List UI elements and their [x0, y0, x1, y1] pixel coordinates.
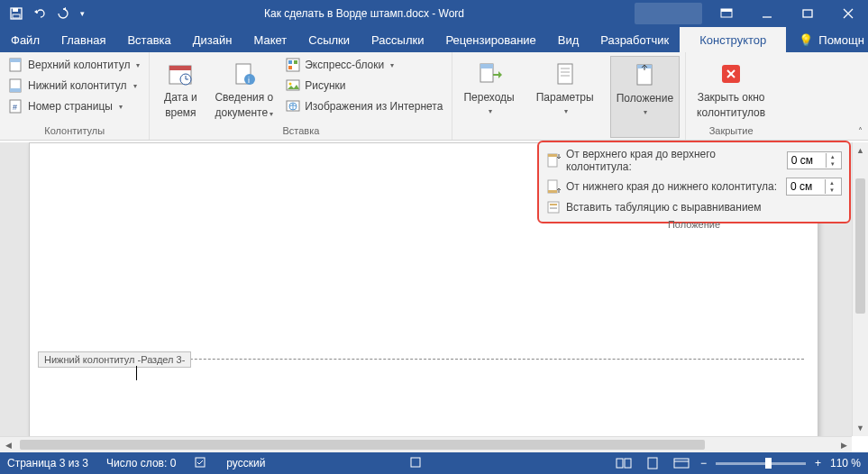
tab-insert[interactable]: Вставка: [116, 27, 181, 52]
vertical-scrollbar[interactable]: ▲ ▼: [852, 142, 868, 436]
online-pictures-button[interactable]: Изображения из Интернета: [282, 97, 446, 115]
tab-view[interactable]: Вид: [547, 27, 590, 52]
spin-down-button[interactable]: ▼: [826, 187, 838, 194]
svg-text:i: i: [248, 76, 250, 85]
insert-alignment-tab-label: Вставить табуляцию с выравниванием: [566, 201, 762, 214]
page-indicator[interactable]: Страница 3 из 3: [7, 457, 88, 469]
pictures-button[interactable]: Рисунки: [282, 77, 446, 95]
footer-distance-icon: [546, 179, 561, 194]
date-time-l2: время: [165, 106, 196, 119]
read-mode-button[interactable]: [614, 455, 634, 471]
tell-me-button[interactable]: 💡 Помощн: [786, 27, 868, 52]
zoom-slider[interactable]: [716, 462, 806, 465]
footer-from-bottom-input[interactable]: [787, 180, 825, 193]
qat-customize-button[interactable]: ▾: [76, 3, 88, 24]
tab-design[interactable]: Дизайн: [182, 27, 243, 52]
web-layout-button[interactable]: [672, 455, 691, 471]
footer-label: Нижний колонтитул: [28, 79, 127, 92]
svg-rect-34: [558, 64, 572, 84]
tab-mailings[interactable]: Рассылки: [361, 27, 434, 52]
chevron-down-icon: ▾: [390, 61, 394, 69]
scroll-down-button[interactable]: ▼: [853, 420, 868, 436]
doc-info-l2: документе: [215, 106, 269, 119]
close-hf-l1: Закрыть окно: [698, 91, 765, 104]
hscroll-thumb[interactable]: [20, 440, 705, 450]
footer-from-bottom-spinner[interactable]: ▲▼: [786, 178, 842, 196]
spellcheck-button[interactable]: [194, 456, 208, 471]
tab-review[interactable]: Рецензирование: [434, 27, 546, 52]
tab-layout[interactable]: Макет: [242, 27, 297, 52]
tab-references[interactable]: Ссылки: [297, 27, 361, 52]
spin-up-button[interactable]: ▲: [827, 153, 839, 160]
scroll-right-button[interactable]: ▶: [836, 437, 852, 453]
close-hf-button[interactable]: Закрыть окно колонтитулов: [691, 56, 771, 123]
header-from-top-spinner[interactable]: ▲▼: [787, 151, 842, 169]
svg-rect-24: [288, 60, 292, 64]
pictures-icon: [286, 78, 300, 93]
language-indicator[interactable]: русский: [226, 457, 265, 469]
svg-rect-53: [196, 458, 205, 467]
insert-alignment-tab-button[interactable]: Вставить табуляцию с выравниванием: [546, 200, 842, 214]
callout-group-label: Положение: [546, 219, 842, 230]
zoom-in-button[interactable]: +: [815, 457, 821, 469]
svg-rect-58: [674, 459, 689, 468]
group-label-hf: Колонтитулы: [5, 123, 143, 138]
date-time-l1: Дата и: [164, 91, 197, 104]
online-pictures-label: Изображения из Интернета: [305, 100, 443, 113]
svg-point-28: [289, 83, 292, 86]
chevron-down-icon: ▾: [133, 82, 137, 90]
user-account-button[interactable]: [635, 3, 702, 24]
scroll-left-button[interactable]: ◀: [0, 437, 16, 453]
zoom-out-button[interactable]: −: [700, 457, 707, 469]
tab-home[interactable]: Главная: [50, 27, 116, 52]
close-window-button[interactable]: [827, 0, 868, 27]
macro-button[interactable]: [409, 456, 422, 471]
quick-parts-button[interactable]: Экспресс-блоки▾: [282, 56, 446, 74]
group-navigation: Переходы▾: [452, 52, 525, 140]
minimize-button[interactable]: [746, 0, 787, 27]
page-number-button[interactable]: #Номер страницы▾: [5, 97, 143, 115]
chevron-down-icon: ▾: [270, 110, 273, 118]
svg-rect-2: [13, 14, 20, 18]
undo-button[interactable]: [29, 3, 50, 24]
doc-info-button[interactable]: i Сведения о документе▾: [209, 56, 279, 123]
options-icon: [551, 59, 580, 88]
horizontal-scrollbar[interactable]: ◀ ▶: [0, 436, 852, 452]
goto-button[interactable]: Переходы▾: [458, 56, 519, 138]
svg-rect-57: [648, 458, 657, 469]
footer-boundary: [136, 359, 804, 360]
svg-rect-10: [10, 59, 21, 62]
collapse-ribbon-button[interactable]: ˄: [856, 124, 864, 138]
position-label: Положение: [617, 92, 673, 105]
maximize-button[interactable]: [787, 0, 827, 27]
svg-rect-12: [10, 88, 21, 92]
online-pictures-icon: [286, 99, 300, 114]
zoom-level[interactable]: 110 %: [830, 457, 861, 469]
footer-section-label: Нижний колонтитул -Раздел 3-: [38, 351, 191, 368]
print-layout-button[interactable]: [643, 455, 662, 471]
close-icon: [717, 59, 745, 88]
vscroll-thumb[interactable]: [855, 178, 865, 314]
scroll-up-button[interactable]: ▲: [853, 142, 868, 159]
zoom-thumb[interactable]: [765, 458, 772, 469]
spin-down-button[interactable]: ▼: [827, 160, 839, 168]
ribbon-display-button[interactable]: [706, 0, 746, 27]
tab-constructor[interactable]: Конструктор: [680, 27, 786, 52]
tab-file[interactable]: Файл: [0, 27, 50, 52]
spin-up-button[interactable]: ▲: [826, 179, 838, 187]
lightbulb-icon: 💡: [799, 33, 813, 47]
position-button[interactable]: Положение▾: [610, 56, 680, 138]
header-from-top-input[interactable]: [788, 154, 826, 167]
redo-button[interactable]: [52, 3, 74, 24]
tell-me-label: Помощн: [818, 33, 864, 47]
svg-rect-1: [13, 8, 18, 12]
options-button[interactable]: Параметры▾: [531, 56, 599, 138]
tab-developer[interactable]: Разработчик: [589, 27, 680, 52]
svg-rect-16: [169, 66, 191, 70]
date-time-button[interactable]: Дата и время: [155, 56, 206, 123]
word-count[interactable]: Число слов: 0: [106, 457, 176, 469]
save-button[interactable]: [5, 3, 27, 24]
footer-button[interactable]: Нижний колонтитул▾: [5, 77, 143, 95]
header-button[interactable]: Верхний колонтитул▾: [5, 56, 143, 74]
footer-from-bottom-row: От нижнего края до нижнего колонтитула: …: [546, 178, 842, 196]
